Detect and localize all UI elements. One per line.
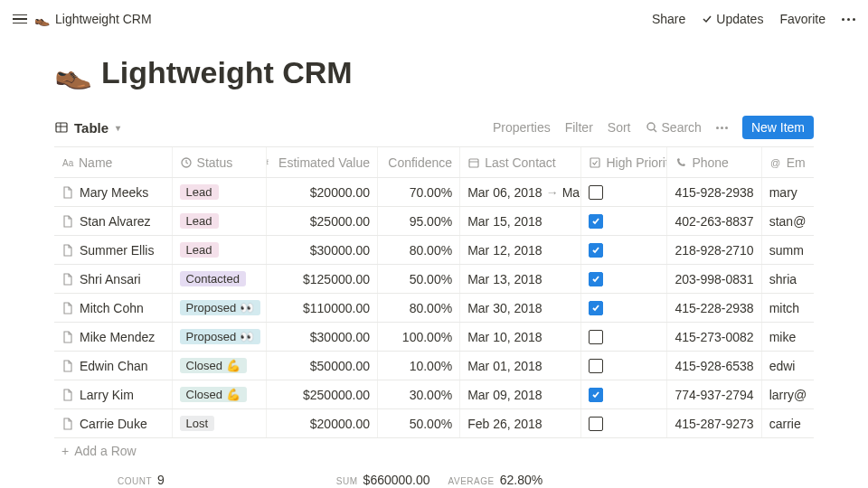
col-phone[interactable]: Phone: [667, 147, 761, 177]
svg-text:Aa: Aa: [62, 158, 74, 168]
breadcrumb-label: Lightweight CRM: [55, 12, 152, 26]
row-phone: 218-928-2710: [667, 236, 761, 264]
priority-checkbox[interactable]: [589, 359, 603, 373]
row-est: $110000.00: [267, 294, 378, 322]
status-badge: Contacted: [180, 271, 246, 286]
row-email: mary: [762, 178, 814, 206]
check-icon: [702, 14, 712, 24]
new-item-button[interactable]: New Item: [742, 116, 814, 139]
row-conf: 80.00%: [378, 294, 460, 322]
priority-checkbox[interactable]: [589, 272, 603, 286]
search-icon: [646, 121, 658, 134]
updates-button[interactable]: Updates: [702, 12, 763, 26]
favorite-button[interactable]: Favorite: [779, 12, 826, 26]
svg-rect-0: [56, 123, 67, 132]
row-contact: Mar 09, 2018: [460, 380, 581, 408]
shoe-icon: 👞: [34, 12, 50, 26]
status-badge: Proposed 👀: [180, 329, 260, 344]
row-contact: Mar 06, 2018→Mar 0: [460, 178, 581, 206]
col-confidence[interactable]: #Confidence: [378, 147, 460, 177]
svg-text:#: #: [267, 157, 269, 168]
row-name: Carrie Duke: [80, 417, 147, 431]
search-button[interactable]: Search: [646, 120, 702, 135]
at-icon: @: [769, 156, 782, 169]
page-icon: [61, 186, 74, 199]
svg-line-4: [654, 129, 656, 132]
sort-button[interactable]: Sort: [608, 120, 631, 135]
col-last-contact[interactable]: Last Contact: [460, 147, 581, 177]
phone-icon: [675, 156, 687, 169]
view-more-icon[interactable]: [716, 127, 728, 129]
row-contact: Feb 26, 2018: [460, 409, 581, 437]
svg-point-3: [647, 123, 655, 130]
row-contact: Mar 10, 2018: [460, 323, 581, 351]
priority-checkbox[interactable]: [589, 388, 603, 402]
status-badge: Closed 💪: [180, 358, 247, 373]
row-contact: Mar 12, 2018: [460, 236, 581, 264]
priority-checkbox[interactable]: [589, 330, 603, 344]
row-conf: 100.00%: [378, 323, 460, 351]
page-icon: [61, 244, 74, 257]
col-estimated[interactable]: #Estimated Value: [267, 147, 378, 177]
status-badge: Proposed 👀: [180, 300, 260, 315]
priority-checkbox[interactable]: [589, 185, 603, 200]
row-name: Summer Ellis: [80, 243, 154, 258]
col-email[interactable]: @Em: [762, 147, 814, 177]
menu-toggle[interactable]: [13, 12, 27, 26]
page-icon: [61, 302, 74, 314]
svg-text:#: #: [378, 157, 379, 168]
breadcrumb[interactable]: 👞 Lightweight CRM: [34, 12, 152, 26]
row-name: Mary Meeks: [80, 185, 148, 200]
row-est: $50000.00: [267, 352, 378, 380]
row-email: carrie: [762, 409, 814, 437]
priority-checkbox[interactable]: [589, 214, 603, 229]
table-row[interactable]: Mike MendezProposed 👀$30000.00100.00%Mar…: [54, 323, 814, 352]
view-tab-table[interactable]: Table ▾: [54, 120, 120, 136]
row-email: larry@: [762, 380, 814, 408]
table-row[interactable]: Mary MeeksLead$20000.0070.00%Mar 06, 201…: [54, 178, 814, 207]
crm-table: AaName Status #Estimated Value #Confiden…: [54, 146, 814, 464]
svg-rect-9: [469, 159, 478, 167]
table-row[interactable]: Stan AlvarezLead$25000.0095.00%Mar 15, 2…: [54, 207, 814, 236]
priority-checkbox[interactable]: [589, 243, 603, 258]
col-high-priority[interactable]: High Priority: [581, 147, 667, 177]
row-phone: 402-263-8837: [667, 207, 761, 235]
row-est: $20000.00: [267, 178, 378, 206]
page-icon: [61, 273, 74, 286]
row-est: $20000.00: [267, 409, 378, 437]
table-icon: [54, 120, 69, 135]
table-row[interactable]: Shri AnsariContacted$125000.0050.00%Mar …: [54, 265, 814, 294]
text-icon: Aa: [61, 156, 74, 169]
row-est: $30000.00: [267, 323, 378, 351]
priority-checkbox[interactable]: [589, 301, 603, 315]
row-conf: 70.00%: [378, 178, 460, 206]
more-icon[interactable]: [842, 18, 855, 21]
row-email: mitch: [762, 294, 814, 322]
row-email: summ: [762, 236, 814, 264]
row-phone: 415-287-9273: [667, 409, 761, 437]
select-icon: [180, 156, 193, 169]
filter-button[interactable]: Filter: [565, 120, 593, 135]
col-status[interactable]: Status: [173, 147, 267, 177]
share-button[interactable]: Share: [652, 12, 685, 26]
table-row[interactable]: Carrie DukeLost$20000.0050.00%Feb 26, 20…: [54, 409, 814, 438]
priority-checkbox[interactable]: [589, 417, 603, 431]
row-contact: Mar 13, 2018: [460, 265, 581, 293]
row-conf: 50.00%: [378, 409, 460, 437]
table-row[interactable]: Mitch CohnProposed 👀$110000.0080.00%Mar …: [54, 294, 814, 323]
row-name: Mitch Cohn: [80, 301, 144, 315]
col-name[interactable]: AaName: [54, 147, 173, 177]
plus-icon: +: [61, 444, 69, 458]
row-conf: 80.00%: [378, 236, 460, 264]
table-row[interactable]: Larry KimClosed 💪$250000.0030.00%Mar 09,…: [54, 380, 814, 409]
table-row[interactable]: Edwin ChanClosed 💪$50000.0010.00%Mar 01,…: [54, 352, 814, 380]
page-icon: [61, 360, 74, 372]
page-icon: [61, 331, 74, 343]
add-row-button[interactable]: + Add a Row: [54, 438, 814, 464]
row-est: $125000.00: [267, 265, 378, 293]
date-icon: [467, 156, 480, 169]
row-conf: 10.00%: [378, 352, 460, 380]
properties-button[interactable]: Properties: [493, 120, 551, 135]
page-icon: [61, 215, 74, 228]
table-row[interactable]: Summer EllisLead$30000.0080.00%Mar 12, 2…: [54, 236, 814, 265]
